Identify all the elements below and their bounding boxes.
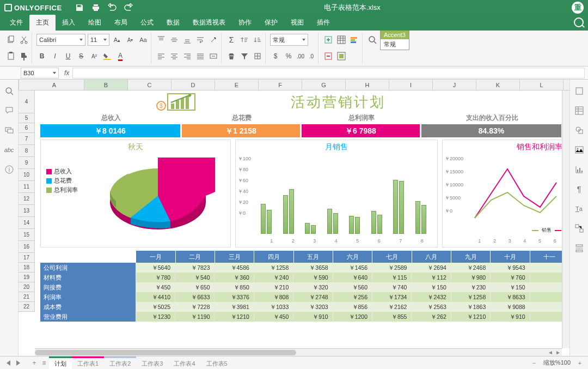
menu-tab-9[interactable]: 保护 [258, 15, 284, 31]
align-middle-icon[interactable] [169, 34, 180, 45]
menu-tab-10[interactable]: 视图 [284, 15, 310, 31]
dec-decimal-icon[interactable]: .0 [307, 52, 316, 61]
sort-asc-icon[interactable] [239, 34, 250, 45]
menu-tab-1[interactable]: 主页 [29, 15, 56, 31]
col-header-D[interactable]: D [171, 80, 215, 90]
font-name-dropdown[interactable]: Calibri [36, 34, 85, 46]
row-header-10[interactable]: 10 [19, 169, 34, 181]
menu-tab-5[interactable]: 公式 [134, 15, 160, 31]
slicer-settings-icon[interactable] [574, 243, 584, 253]
image-settings-icon[interactable] [574, 145, 584, 155]
row-header-16[interactable]: 16 [19, 241, 34, 253]
insert-cells-icon[interactable] [323, 34, 334, 45]
underline-icon[interactable]: U [63, 51, 74, 62]
sum-icon[interactable]: Σ [226, 34, 237, 45]
horizontal-scrollbar[interactable]: ◄ ► [35, 348, 562, 356]
align-justify-icon[interactable] [195, 51, 206, 62]
formula-input[interactable] [72, 68, 585, 78]
superscript-icon[interactable]: A² [89, 51, 100, 62]
sheet-tab-1[interactable]: 工作表1 [72, 356, 104, 370]
row-header-22[interactable]: 22 [19, 302, 34, 312]
cell-reference-input[interactable]: B30 [21, 68, 59, 78]
menu-tab-0[interactable]: 文件 [3, 15, 29, 31]
fill-color-icon[interactable] [102, 51, 113, 62]
row-header-11[interactable]: 11 [19, 181, 34, 193]
font-color-icon[interactable]: A [115, 51, 126, 62]
spellcheck-icon[interactable]: abc [4, 145, 14, 155]
row-header-19[interactable]: 19 [19, 273, 34, 282]
table-icon[interactable] [336, 34, 347, 45]
menu-tab-4[interactable]: 布局 [108, 15, 134, 31]
row-header-9[interactable]: 9 [19, 157, 34, 169]
col-header-H[interactable]: H [346, 80, 389, 90]
row-header-8[interactable]: 8 [19, 145, 34, 157]
scroll-left-icon[interactable]: ◄ [547, 349, 554, 356]
menu-tab-3[interactable]: 绘图 [82, 15, 108, 31]
spreadsheet-area[interactable]: ABCDEFGHIJKLM 45678910111213141516171819… [19, 80, 569, 356]
conditional-format-icon[interactable] [349, 34, 360, 45]
paste-icon[interactable] [5, 51, 16, 62]
col-header-J[interactable]: J [433, 80, 476, 90]
row-header-5[interactable]: 5 [19, 113, 34, 123]
row-header-20[interactable]: 20 [19, 282, 34, 292]
font-size-dropdown[interactable]: 11 [88, 34, 109, 46]
menu-tab-7[interactable]: 数据透视表 [186, 15, 232, 31]
wrap-text-icon[interactable] [195, 34, 206, 45]
col-header-G[interactable]: G [302, 80, 346, 90]
col-header-F[interactable]: F [259, 80, 302, 90]
add-sheet-icon[interactable]: + [29, 358, 39, 368]
table-settings-icon[interactable] [574, 106, 584, 116]
decrease-font-icon[interactable]: A▾ [125, 34, 136, 45]
col-header-C[interactable]: C [128, 80, 171, 90]
menu-tab-8[interactable]: 协作 [232, 15, 258, 31]
style-dropdown-icon[interactable] [412, 34, 422, 45]
find-icon[interactable] [367, 34, 378, 45]
delete-cells-icon[interactable] [323, 51, 334, 62]
sheet-list-icon[interactable]: ≡ [39, 358, 49, 368]
change-case-icon[interactable]: Aa [138, 34, 149, 45]
print-icon[interactable] [91, 3, 100, 12]
italic-icon[interactable]: I [50, 51, 60, 62]
sheet-tab-0[interactable]: 计划 [49, 356, 72, 370]
row-header-21[interactable]: 21 [19, 292, 34, 302]
user-avatar[interactable]: 重 [572, 2, 584, 14]
filter-icon[interactable] [239, 51, 250, 62]
currency-icon[interactable]: $ [270, 51, 281, 62]
menu-tab-6[interactable]: 数据 [160, 15, 186, 31]
col-header-L[interactable]: L [520, 80, 564, 90]
zoom-out-icon[interactable]: − [529, 358, 539, 368]
fill-icon[interactable] [252, 51, 263, 62]
number-format-dropdown[interactable]: 常规 [270, 34, 308, 46]
align-left-icon[interactable] [156, 51, 167, 62]
col-header-M[interactable]: M [564, 80, 569, 90]
prev-sheet-icon[interactable] [3, 358, 13, 368]
sheet-tab-2[interactable]: 工作表2 [104, 356, 136, 370]
col-header-K[interactable]: K [476, 80, 520, 90]
sheet-tab-4[interactable]: 工作表4 [168, 356, 200, 370]
align-right-icon[interactable] [182, 51, 193, 62]
search-icon[interactable] [574, 17, 584, 27]
copy-icon[interactable] [5, 34, 16, 45]
menu-tab-11[interactable]: 插件 [310, 15, 336, 31]
search-panel-icon[interactable] [4, 86, 14, 96]
bold-icon[interactable]: B [36, 51, 47, 62]
redo-icon[interactable] [124, 3, 133, 12]
zoom-in-icon[interactable]: + [575, 358, 585, 368]
align-top-icon[interactable] [156, 34, 167, 45]
menu-tab-2[interactable]: 插入 [56, 15, 82, 31]
textart-settings-icon[interactable]: Ta [574, 204, 584, 214]
increase-font-icon[interactable]: A▴ [112, 34, 122, 45]
fx-icon[interactable]: fx [61, 69, 72, 77]
sheet-tab-3[interactable]: 工作表3 [136, 356, 168, 370]
shape-settings-icon[interactable] [574, 125, 584, 135]
row-header-18[interactable]: 18 [19, 263, 34, 273]
percent-icon[interactable]: % [283, 51, 294, 62]
save-icon[interactable] [75, 3, 84, 12]
clear-icon[interactable] [226, 51, 237, 62]
vertical-scrollbar[interactable] [562, 90, 569, 348]
cell-style-select[interactable]: Accent3 常规 [380, 30, 409, 50]
col-header-B[interactable]: B [84, 80, 128, 90]
row-header-14[interactable]: 14 [19, 217, 34, 229]
pivot-settings-icon[interactable] [574, 223, 584, 233]
next-sheet-icon[interactable] [13, 358, 23, 368]
